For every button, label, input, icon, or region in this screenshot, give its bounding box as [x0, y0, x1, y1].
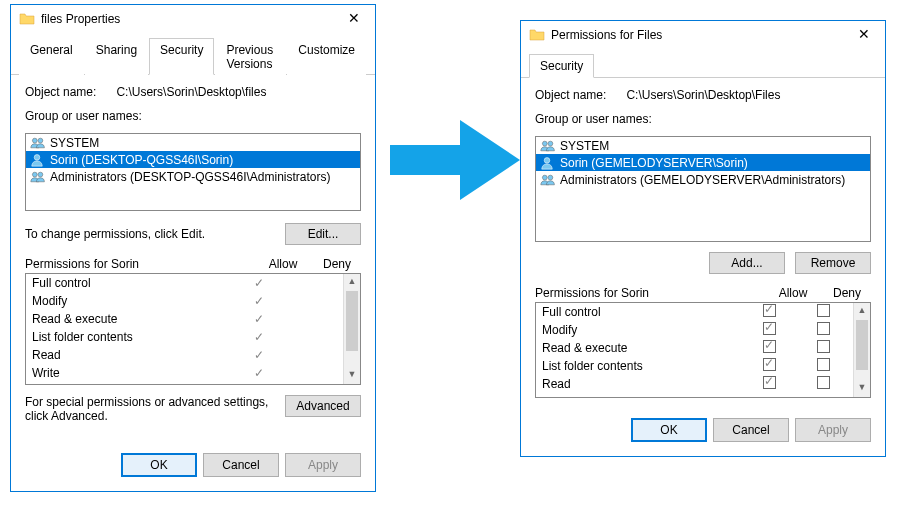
permission-name: Full control — [32, 276, 229, 290]
scroll-thumb[interactable] — [346, 291, 358, 351]
list-item-label: Sorin (DESKTOP-QGSS46I\Sorin) — [50, 153, 233, 167]
scrollbar[interactable]: ▲ ▼ — [343, 274, 360, 384]
list-item[interactable]: Administrators (GEMELODYSERVER\Administr… — [536, 171, 870, 188]
add-button[interactable]: Add... — [709, 252, 785, 274]
permission-row: List folder contents✓ — [26, 328, 343, 346]
cancel-button[interactable]: Cancel — [713, 418, 789, 442]
cancel-button[interactable]: Cancel — [203, 453, 279, 477]
object-name-value: C:\Users\Sorin\Desktop\files — [116, 85, 266, 99]
list-item-label: Administrators (GEMELODYSERVER\Administr… — [560, 173, 845, 187]
properties-window: files Properties ✕ GeneralSharingSecurit… — [10, 4, 376, 492]
permissions-listbox[interactable]: Full controlModifyRead & executeList fol… — [535, 302, 871, 398]
allow-checkbox[interactable] — [763, 376, 776, 389]
permission-row: Full control — [536, 303, 853, 321]
tab-customize[interactable]: Customize — [287, 38, 366, 75]
permission-name: List folder contents — [32, 330, 229, 344]
list-item-label: Administrators (DESKTOP-QGSS46I\Administ… — [50, 170, 331, 184]
deny-checkbox[interactable] — [817, 322, 830, 335]
scroll-down-button[interactable]: ▼ — [854, 380, 870, 397]
scroll-thumb[interactable] — [856, 320, 868, 370]
permission-name: Modify — [32, 294, 229, 308]
tab-previous-versions[interactable]: Previous Versions — [215, 38, 286, 75]
change-perms-text: To change permissions, click Edit. — [25, 227, 285, 241]
titlebar: files Properties ✕ — [11, 5, 375, 33]
permission-row: Read — [536, 375, 853, 393]
titlebar: Permissions for Files ✕ — [521, 21, 885, 49]
permission-row: Write✓ — [26, 364, 343, 382]
permission-name: List folder contents — [542, 359, 739, 373]
deny-checkbox[interactable] — [817, 340, 830, 353]
permission-name: Read — [542, 377, 739, 391]
svg-point-3 — [32, 172, 37, 177]
folder-icon — [529, 27, 545, 43]
permission-name: Read — [32, 348, 229, 362]
groups-label: Group or user names: — [535, 112, 871, 126]
deny-header: Deny — [823, 286, 871, 300]
close-button[interactable]: ✕ — [851, 25, 877, 45]
ok-button[interactable]: OK — [121, 453, 197, 477]
tabs: Security — [521, 49, 885, 78]
close-button[interactable]: ✕ — [341, 9, 367, 29]
ok-button[interactable]: OK — [631, 418, 707, 442]
allow-check-icon: ✓ — [229, 312, 289, 326]
allow-check-icon: ✓ — [229, 276, 289, 290]
user-icon — [30, 153, 46, 167]
apply-button[interactable]: Apply — [795, 418, 871, 442]
edit-button[interactable]: Edit... — [285, 223, 361, 245]
scrollbar[interactable]: ▲ ▼ — [853, 303, 870, 397]
group-icon — [540, 139, 556, 153]
list-item-label: Sorin (GEMELODYSERVER\Sorin) — [560, 156, 748, 170]
permission-name: Read & execute — [542, 341, 739, 355]
users-listbox[interactable]: SYSTEMSorin (DESKTOP-QGSS46I\Sorin)Admin… — [25, 133, 361, 211]
apply-button[interactable]: Apply — [285, 453, 361, 477]
scroll-up-button[interactable]: ▲ — [344, 274, 360, 291]
tab-sharing[interactable]: Sharing — [85, 38, 148, 75]
allow-check-icon: ✓ — [229, 348, 289, 362]
tab-security[interactable]: Security — [529, 54, 594, 78]
deny-checkbox[interactable] — [817, 376, 830, 389]
svg-point-2 — [34, 154, 40, 160]
tab-general[interactable]: General — [19, 38, 84, 75]
permission-name: Modify — [542, 323, 739, 337]
object-name-label: Object name: — [535, 88, 606, 102]
deny-checkbox[interactable] — [817, 304, 830, 317]
group-icon — [30, 136, 46, 150]
permission-name: Full control — [542, 305, 739, 319]
svg-point-0 — [32, 138, 37, 143]
tabs: GeneralSharingSecurityPrevious VersionsC… — [11, 33, 375, 75]
scroll-up-button[interactable]: ▲ — [854, 303, 870, 320]
permission-row: Read & execute✓ — [26, 310, 343, 328]
allow-checkbox[interactable] — [763, 340, 776, 353]
tab-security[interactable]: Security — [149, 38, 214, 75]
permission-row: Modify — [536, 321, 853, 339]
svg-point-4 — [38, 172, 43, 177]
permissions-listbox[interactable]: Full control✓Modify✓Read & execute✓List … — [25, 273, 361, 385]
permission-row: Modify✓ — [26, 292, 343, 310]
list-item[interactable]: Sorin (DESKTOP-QGSS46I\Sorin) — [26, 151, 360, 168]
groups-label: Group or user names: — [25, 109, 361, 123]
object-name-label: Object name: — [25, 85, 96, 99]
window-title: Permissions for Files — [551, 28, 851, 42]
perms-for-label: Permissions for Sorin — [535, 286, 763, 300]
allow-checkbox[interactable] — [763, 322, 776, 335]
allow-check-icon: ✓ — [229, 294, 289, 308]
group-icon — [540, 173, 556, 187]
permission-row: Read✓ — [26, 346, 343, 364]
allow-checkbox[interactable] — [763, 304, 776, 317]
list-item-label: SYSTEM — [560, 139, 609, 153]
permissions-window: Permissions for Files ✕ Security Object … — [520, 20, 886, 457]
users-listbox[interactable]: SYSTEMSorin (GEMELODYSERVER\Sorin)Admini… — [535, 136, 871, 242]
remove-button[interactable]: Remove — [795, 252, 871, 274]
allow-checkbox[interactable] — [763, 358, 776, 371]
svg-point-5 — [542, 141, 547, 146]
list-item[interactable]: SYSTEM — [26, 134, 360, 151]
list-item[interactable]: Sorin (GEMELODYSERVER\Sorin) — [536, 154, 870, 171]
permission-row: Read & execute — [536, 339, 853, 357]
list-item[interactable]: Administrators (DESKTOP-QGSS46I\Administ… — [26, 168, 360, 185]
allow-check-icon: ✓ — [229, 366, 289, 380]
scroll-down-button[interactable]: ▼ — [344, 367, 360, 384]
advanced-button[interactable]: Advanced — [285, 395, 361, 417]
list-item[interactable]: SYSTEM — [536, 137, 870, 154]
group-icon — [30, 170, 46, 184]
deny-checkbox[interactable] — [817, 358, 830, 371]
